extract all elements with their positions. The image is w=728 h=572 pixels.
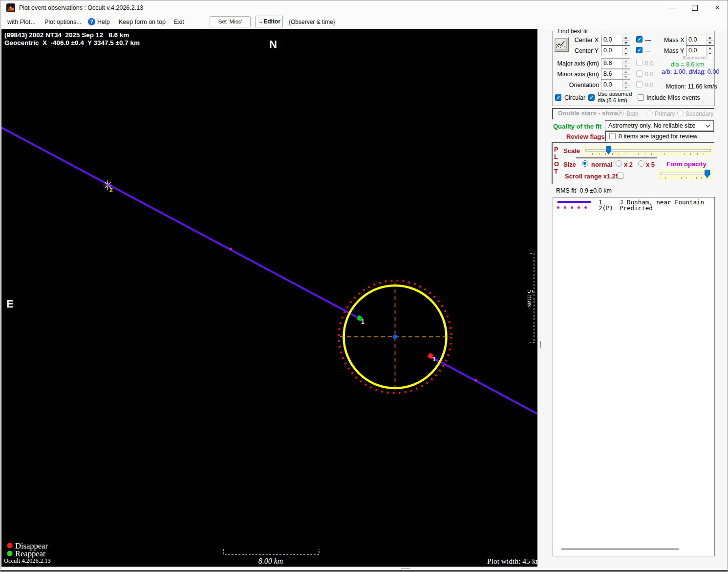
mas-scale-label: 5 mas (526, 289, 534, 307)
include-miss-checkbox[interactable] (638, 94, 644, 101)
size-x5-radio[interactable] (638, 160, 644, 167)
review-flags-checkbox[interactable] (609, 133, 616, 139)
editor-button[interactable]: →Editor (255, 16, 283, 27)
taskbar-edge (0, 570, 728, 572)
center-y-checkbox[interactable] (636, 47, 642, 53)
shape-model-label: Shape model (677, 55, 706, 60)
predicted-chord-dot (475, 379, 477, 382)
major-axis-checkbox[interactable] (636, 60, 642, 66)
double-both-radio[interactable] (618, 110, 624, 116)
review-border-left (605, 131, 606, 141)
maximize-icon (692, 5, 698, 11)
scroll-range-checkbox[interactable] (617, 173, 623, 179)
major-axis-spinner[interactable]: 8.6 (601, 58, 630, 69)
menu-plot-options[interactable]: Plot options... (44, 15, 82, 29)
ab-dmag-label: a/b: 1.00, dMag: 0.00 (662, 68, 719, 75)
plot-header-line1: (99843) 2002 NT34 2025 Sep 12 8.6 km (4, 31, 129, 39)
center-x-spinner[interactable]: 0.0 (601, 35, 630, 45)
north-label: N (269, 38, 277, 50)
app-icon (6, 3, 15, 12)
center-y-dash: --- (645, 47, 651, 54)
app-window: Plot event observations : Occult v.4.202… (0, 0, 728, 572)
scale-slider-ticks (586, 153, 710, 155)
quality-select[interactable]: Astrometry only. No reliable size (605, 120, 714, 131)
center-x-label: Center X (567, 37, 599, 44)
plot-letter-o: O (554, 160, 559, 168)
minor-axis-checkbox[interactable] (636, 70, 642, 77)
orientation-spinner[interactable]: 0.0 (601, 80, 630, 90)
chord-1-swatch (557, 201, 591, 203)
double-stars-border-left (552, 108, 553, 119)
double-primary-label: Primary (655, 110, 675, 117)
plot-header-line2: Geocentric X -406.0 ±0.4 Y 3347.5 ±0.7 k… (4, 39, 140, 46)
size-x2-radio[interactable] (616, 160, 622, 167)
double-primary-radio[interactable] (646, 110, 653, 116)
minimize-button[interactable]: — (661, 0, 684, 15)
major-axis-label: Major axis (km) (557, 60, 599, 67)
set-miss-times-button[interactable]: Set 'Miss' Times (210, 16, 251, 27)
center-x-dash: --- (645, 37, 651, 44)
chord-1-segment-pre (1, 128, 360, 319)
quality-value: Astrometry only. No reliable size (608, 122, 695, 129)
chevron-down-icon (705, 124, 710, 128)
scale-bar-label: 8.00 km (258, 557, 283, 565)
center-y-spinner[interactable]: 0.0 (601, 45, 630, 56)
chord-2-number: 2(P) (599, 204, 613, 212)
scroll-range-label: Scroll range x1.25 (565, 173, 619, 180)
minor-axis-aux: 0.0 (645, 71, 653, 78)
plot-letter-t: T (554, 168, 558, 175)
east-label: E (6, 298, 14, 310)
scale-bar-bracket (223, 549, 319, 554)
mass-y-label: Mass Y (664, 47, 684, 54)
reappear-legend-dot (7, 551, 13, 556)
disappear-legend-dot (7, 543, 13, 549)
review-flags-label: Review flags (566, 133, 605, 140)
minor-axis-spinner[interactable]: 8.6 (601, 69, 630, 80)
menu-exit[interactable]: Exit (174, 15, 184, 29)
use-assumed-dia-checkbox[interactable] (588, 94, 595, 101)
dia-label: dia = 8.6 km (671, 61, 704, 68)
double-secondary-label: Secondary (685, 110, 713, 117)
double-both-label: Both (626, 110, 639, 117)
orientation-checkbox[interactable] (636, 81, 642, 88)
chord-list-separator (561, 549, 679, 550)
double-stars-label: Double stars - show (558, 110, 619, 117)
help-icon[interactable]: ? (88, 18, 95, 25)
orientation-aux: 0.0 (645, 82, 653, 88)
fit-chart-button[interactable] (554, 37, 569, 52)
mass-x-spinner[interactable]: 0.0 (686, 35, 714, 45)
form-opacity-slider[interactable] (658, 169, 713, 180)
double-stars-border (552, 108, 714, 109)
plot-area[interactable]: 2 1 1 (99843) 2002 NT34 2025 Sep 12 8.6 … (1, 29, 537, 567)
use-assumed-dia-label: Use assumeddia (8.6 km) (598, 91, 632, 104)
maximize-button[interactable] (684, 0, 706, 15)
minor-axis-label: Minor axis (km) (557, 71, 599, 78)
close-button[interactable]: ✕ (706, 0, 728, 15)
shape-model-checkbox[interactable] (707, 54, 713, 60)
review-flags-text: 0 items are tagged for review (619, 133, 697, 140)
chord-list[interactable] (553, 197, 715, 556)
form-opacity-track (660, 173, 711, 175)
predicted-star-center (107, 184, 109, 186)
splitter-mark (540, 341, 541, 348)
scale-slider[interactable] (583, 146, 713, 156)
circular-label: Circular (564, 94, 585, 101)
center-y-label: Center Y (567, 47, 599, 54)
center-x-checkbox[interactable] (636, 36, 642, 43)
disappear-marker-label: 1 (432, 356, 436, 363)
menu-help[interactable]: Help (97, 15, 110, 29)
occultation-plot: 2 1 1 (99843) 2002 NT34 2025 Sep 12 8.6 … (1, 29, 537, 567)
menu-with-plot[interactable]: with Plot... (7, 15, 36, 29)
size-normal-label: normal (591, 161, 612, 168)
double-secondary-radio[interactable] (677, 110, 684, 116)
plot-width-label: Plot width: 45 km (487, 557, 537, 565)
circular-checkbox[interactable] (555, 94, 561, 101)
version-label: Occult 4.2026.2.13 (4, 557, 51, 564)
window-title: Plot event observations : Occult v.4.202… (19, 0, 143, 15)
asteroid-center-dot (393, 335, 397, 339)
taskbar-mark (401, 568, 410, 569)
motion-label: Motion: 11.66 km/s (666, 83, 717, 90)
size-x2-label: x 2 (624, 161, 633, 168)
menu-keep-on-top[interactable]: Keep form on top (119, 15, 166, 29)
size-normal-radio[interactable] (582, 160, 588, 167)
